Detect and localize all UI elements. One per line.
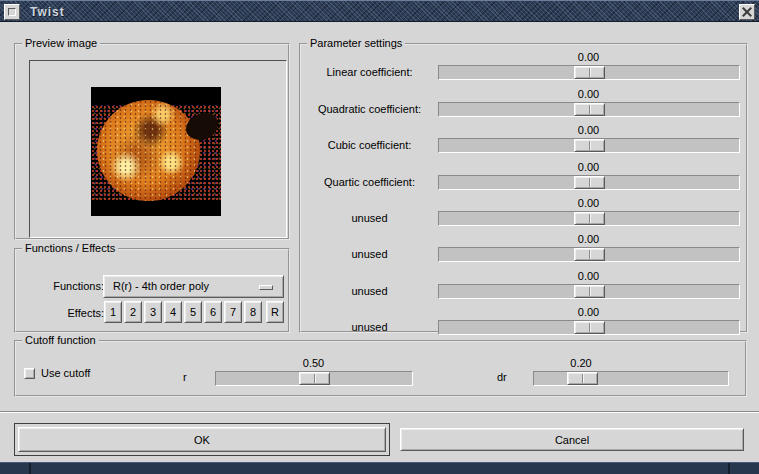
effect-button-6[interactable]: 6 bbox=[204, 301, 222, 323]
effect-button-7[interactable]: 7 bbox=[224, 301, 242, 323]
param-label: unused bbox=[303, 212, 436, 224]
close-button[interactable] bbox=[739, 4, 755, 20]
slider-value: 0.20 bbox=[570, 357, 591, 370]
param-row-unused-4: unused 0.00 bbox=[303, 306, 740, 336]
slider-value: 0.00 bbox=[578, 88, 599, 101]
param-row-cubic: Cubic coefficient: 0.00 bbox=[303, 124, 740, 154]
effect-button-3[interactable]: 3 bbox=[144, 301, 162, 323]
slider-trough[interactable] bbox=[438, 247, 740, 262]
titlebar[interactable]: Twist bbox=[0, 0, 759, 22]
dr-label: dr bbox=[497, 371, 507, 383]
functions-effects-frame: Functions / Effects Functions: R(r) - 4t… bbox=[14, 248, 290, 333]
use-cutoff-label[interactable]: Use cutoff bbox=[41, 367, 90, 379]
param-label: unused bbox=[303, 321, 436, 333]
param-row-quartic: Quartic coefficient: 0.00 bbox=[303, 161, 740, 191]
dr-slider[interactable]: 0.20 bbox=[533, 357, 729, 386]
parameter-settings-frame: Parameter settings Linear coefficient: 0… bbox=[299, 43, 748, 333]
param-row-unused-1: unused 0.00 bbox=[303, 197, 740, 227]
cubic-coefficient-slider[interactable]: 0.00 bbox=[438, 124, 740, 153]
slider-trough[interactable] bbox=[438, 65, 740, 80]
linear-coefficient-slider[interactable]: 0.00 bbox=[438, 51, 740, 80]
effect-button-4[interactable]: 4 bbox=[164, 301, 182, 323]
slider-value: 0.00 bbox=[578, 270, 599, 283]
param-row-unused-3: unused 0.00 bbox=[303, 270, 740, 300]
slider-trough[interactable] bbox=[533, 371, 729, 386]
preview-panel bbox=[29, 60, 287, 238]
param-label: Linear coefficient: bbox=[303, 66, 436, 78]
slider-value: 0.00 bbox=[578, 306, 599, 319]
param-row-linear: Linear coefficient: 0.00 bbox=[303, 51, 740, 81]
slider-thumb[interactable] bbox=[574, 321, 605, 334]
slider-trough[interactable] bbox=[438, 211, 740, 226]
functions-dropdown-value: R(r) - 4th order poly bbox=[113, 280, 209, 292]
slider-value: 0.00 bbox=[578, 124, 599, 137]
effect-button-r[interactable]: R bbox=[266, 301, 284, 323]
preview-frame: Preview image bbox=[14, 43, 290, 240]
unused-slider-1[interactable]: 0.00 bbox=[438, 197, 740, 226]
slider-trough[interactable] bbox=[215, 371, 413, 386]
slider-thumb[interactable] bbox=[574, 248, 605, 261]
effects-label: Effects: bbox=[30, 307, 104, 319]
functions-dropdown[interactable]: R(r) - 4th order poly bbox=[103, 275, 284, 298]
r-label: r bbox=[183, 371, 187, 383]
window-bottom-frame[interactable] bbox=[0, 462, 759, 474]
slider-value: 0.00 bbox=[578, 197, 599, 210]
slider-trough[interactable] bbox=[438, 102, 740, 117]
twist-dialog-window: Twist Preview image Functions / Effects … bbox=[0, 0, 759, 474]
slider-trough[interactable] bbox=[438, 175, 740, 190]
slider-value: 0.00 bbox=[578, 161, 599, 174]
effect-button-2[interactable]: 2 bbox=[124, 301, 142, 323]
param-row-quadratic: Quadratic coefficient: 0.00 bbox=[303, 88, 740, 118]
effect-button-5[interactable]: 5 bbox=[184, 301, 202, 323]
r-slider[interactable]: 0.50 bbox=[215, 357, 413, 386]
param-label: Cubic coefficient: bbox=[303, 139, 436, 151]
effect-button-8[interactable]: 8 bbox=[244, 301, 262, 323]
slider-value: 0.00 bbox=[578, 51, 599, 64]
cutoff-function-frame: Cutoff function Use cutoff r 0.50 dr 0.2… bbox=[14, 340, 747, 397]
param-label: Quadratic coefficient: bbox=[303, 103, 436, 115]
slider-trough[interactable] bbox=[438, 138, 740, 153]
quartic-coefficient-slider[interactable]: 0.00 bbox=[438, 161, 740, 190]
slider-thumb[interactable] bbox=[567, 372, 598, 385]
slider-thumb[interactable] bbox=[299, 372, 330, 385]
param-row-unused-2: unused 0.00 bbox=[303, 233, 740, 263]
use-cutoff-checkbox[interactable] bbox=[24, 368, 35, 379]
ok-button[interactable]: OK bbox=[18, 427, 386, 452]
window-menu-button[interactable] bbox=[4, 4, 20, 20]
effect-button-1[interactable]: 1 bbox=[104, 301, 122, 323]
window-menu-icon bbox=[8, 8, 16, 16]
param-label: Quartic coefficient: bbox=[303, 176, 436, 188]
slider-trough[interactable] bbox=[438, 284, 740, 299]
slider-thumb[interactable] bbox=[574, 103, 605, 116]
quadratic-coefficient-slider[interactable]: 0.00 bbox=[438, 88, 740, 117]
window-title: Twist bbox=[30, 1, 65, 23]
slider-trough[interactable] bbox=[438, 320, 740, 335]
slider-thumb[interactable] bbox=[574, 212, 605, 225]
cancel-button[interactable]: Cancel bbox=[400, 428, 744, 451]
slider-thumb[interactable] bbox=[574, 139, 605, 152]
unused-slider-4[interactable]: 0.00 bbox=[438, 306, 740, 335]
functions-effects-frame-label: Functions / Effects bbox=[22, 242, 118, 254]
unused-slider-2[interactable]: 0.00 bbox=[438, 233, 740, 262]
action-area-separator bbox=[0, 411, 759, 413]
param-label: unused bbox=[303, 285, 436, 297]
resize-handle-divider bbox=[728, 463, 730, 474]
slider-value: 0.00 bbox=[578, 233, 599, 246]
ok-default-ring: OK bbox=[14, 423, 390, 456]
sun-texture bbox=[97, 100, 200, 201]
resize-handle-divider bbox=[29, 463, 31, 474]
sun-preview-image bbox=[91, 87, 221, 216]
param-label: unused bbox=[303, 248, 436, 260]
slider-thumb[interactable] bbox=[574, 66, 605, 79]
parameter-settings-frame-label: Parameter settings bbox=[307, 37, 405, 49]
slider-value: 0.50 bbox=[303, 357, 324, 370]
slider-thumb[interactable] bbox=[574, 176, 605, 189]
slider-thumb[interactable] bbox=[574, 285, 605, 298]
unused-slider-3[interactable]: 0.00 bbox=[438, 270, 740, 299]
option-menu-indicator-icon bbox=[259, 285, 273, 290]
preview-frame-label: Preview image bbox=[22, 37, 100, 49]
cutoff-frame-label: Cutoff function bbox=[22, 334, 99, 346]
functions-label: Functions: bbox=[30, 280, 104, 292]
